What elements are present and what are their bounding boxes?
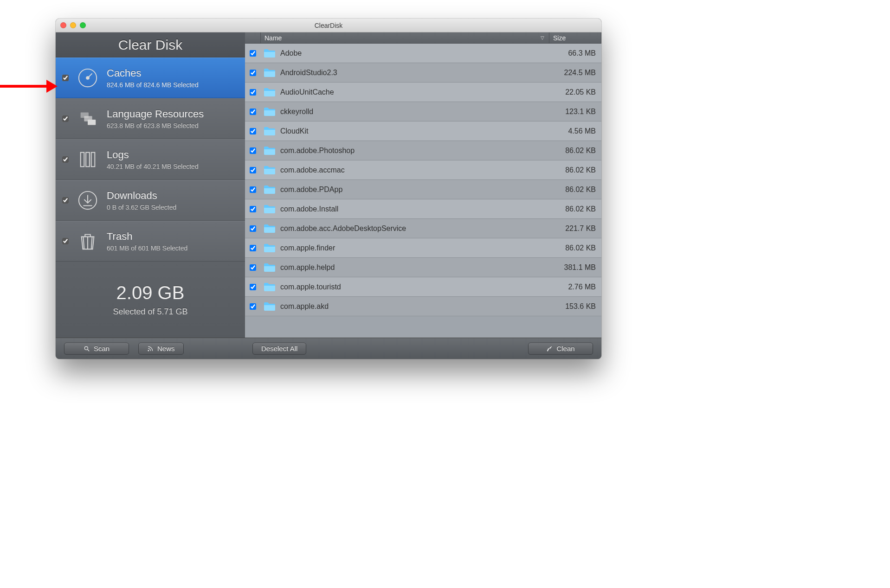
file-list[interactable]: Adobe66.3 MBAndroidStudio2.3224.5 MBAudi…	[245, 44, 601, 338]
file-name: CloudKit	[280, 127, 308, 135]
row-checkbox[interactable]	[250, 167, 256, 173]
file-row[interactable]: AudioUnitCache22.05 KB	[245, 83, 601, 102]
file-name: com.apple.finder	[280, 244, 335, 252]
category-list: Caches824.6 MB of 824.6 MB SelectedLangu…	[56, 58, 245, 262]
sidebar-category-language-resources[interactable]: Language Resources623.8 MB of 623.8 MB S…	[56, 98, 245, 139]
svg-rect-6	[81, 153, 84, 167]
dial-icon	[76, 66, 99, 89]
row-checkbox[interactable]	[250, 109, 256, 115]
summary-label: Selected of 5.71 GB	[113, 307, 187, 317]
file-row[interactable]: com.apple.helpd381.1 MB	[245, 258, 601, 277]
file-row[interactable]: com.adobe.accmac86.02 KB	[245, 160, 601, 180]
category-title: Downloads	[107, 190, 176, 202]
file-size: 224.5 MB	[549, 69, 601, 77]
file-name: com.adobe.acc.AdobeDesktopService	[280, 224, 406, 233]
file-name: com.adobe.Install	[280, 205, 338, 213]
folder-icon	[264, 185, 276, 195]
row-checkbox[interactable]	[250, 70, 256, 76]
search-icon	[84, 345, 90, 352]
folder-icon	[264, 224, 276, 234]
category-checkbox[interactable]	[62, 238, 69, 244]
news-button[interactable]: News	[138, 343, 184, 355]
svg-rect-7	[86, 153, 90, 167]
window-title: ClearDisk	[56, 22, 601, 29]
rss-icon	[147, 345, 154, 352]
column-header-check[interactable]	[245, 32, 261, 43]
selection-summary: 2.09 GB Selected of 5.71 GB	[56, 262, 245, 338]
row-checkbox[interactable]	[250, 225, 256, 232]
column-header-name[interactable]: Name ▽	[261, 32, 549, 43]
deselect-all-button[interactable]: Deselect All	[252, 343, 306, 355]
file-row[interactable]: com.apple.akd153.6 KB	[245, 297, 601, 316]
sidebar-category-caches[interactable]: Caches824.6 MB of 824.6 MB Selected	[56, 58, 245, 98]
svg-rect-5	[88, 120, 96, 125]
annotation-arrow	[0, 80, 58, 93]
folder-icon	[264, 204, 276, 214]
file-row[interactable]: ckkeyrolld123.1 KB	[245, 102, 601, 121]
folder-icon	[264, 126, 276, 136]
summary-amount: 2.09 GB	[116, 282, 185, 303]
folder-icon	[264, 146, 276, 156]
file-name: ckkeyrolld	[280, 108, 313, 116]
row-checkbox[interactable]	[250, 147, 256, 154]
file-row[interactable]: com.adobe.Install86.02 KB	[245, 199, 601, 219]
file-size: 86.02 KB	[549, 166, 601, 174]
scan-button[interactable]: Scan	[64, 343, 129, 355]
file-size: 2.76 MB	[549, 283, 601, 291]
file-row[interactable]: com.adobe.acc.AdobeDesktopService221.7 K…	[245, 219, 601, 238]
folder-icon	[264, 165, 276, 175]
svg-line-12	[88, 349, 90, 351]
file-size: 381.1 MB	[549, 263, 601, 272]
row-checkbox[interactable]	[250, 89, 256, 96]
svg-point-13	[148, 350, 149, 351]
column-header-size[interactable]: Size	[549, 32, 601, 43]
binders-icon	[76, 148, 99, 171]
file-name: com.adobe.Photoshop	[280, 147, 355, 155]
svg-point-2	[86, 77, 89, 79]
column-header-size-label: Size	[553, 34, 566, 42]
row-checkbox[interactable]	[250, 245, 256, 251]
category-checkbox[interactable]	[62, 75, 69, 81]
file-row[interactable]: Adobe66.3 MB	[245, 44, 601, 63]
folder-icon	[264, 282, 276, 292]
bottom-toolbar: Scan News Deselect All Clean	[56, 338, 601, 359]
file-row[interactable]: AndroidStudio2.3224.5 MB	[245, 63, 601, 83]
file-pane: Name ▽ Size Adobe66.3 MBAndroidStudio2.3…	[245, 32, 601, 338]
row-checkbox[interactable]	[250, 186, 256, 193]
row-checkbox[interactable]	[250, 303, 256, 310]
folder-icon	[264, 243, 276, 253]
category-subtitle: 601 MB of 601 MB Selected	[107, 244, 187, 252]
file-size: 4.56 MB	[549, 127, 601, 135]
row-checkbox[interactable]	[250, 128, 256, 134]
broom-icon	[546, 345, 553, 352]
file-size: 86.02 KB	[549, 147, 601, 155]
clean-button[interactable]: Clean	[528, 343, 593, 355]
file-name: AudioUnitCache	[280, 88, 334, 96]
download-icon	[76, 189, 99, 212]
row-checkbox[interactable]	[250, 206, 256, 212]
titlebar[interactable]: ClearDisk	[56, 19, 601, 32]
sidebar-category-trash[interactable]: Trash601 MB of 601 MB Selected	[56, 221, 245, 262]
file-row[interactable]: CloudKit4.56 MB	[245, 121, 601, 141]
folder-icon	[264, 262, 276, 273]
category-checkbox[interactable]	[62, 197, 69, 204]
app-brand: Clear Disk	[56, 32, 245, 58]
trash-icon	[76, 230, 99, 253]
clean-button-label: Clean	[556, 345, 574, 352]
sidebar-category-logs[interactable]: Logs40.21 MB of 40.21 MB Selected	[56, 139, 245, 180]
file-row[interactable]: com.adobe.PDApp86.02 KB	[245, 180, 601, 199]
row-checkbox[interactable]	[250, 264, 256, 271]
file-row[interactable]: com.adobe.Photoshop86.02 KB	[245, 141, 601, 160]
category-title: Caches	[107, 67, 199, 79]
category-title: Logs	[107, 149, 199, 161]
news-button-label: News	[157, 345, 175, 352]
file-row[interactable]: com.apple.touristd2.76 MB	[245, 277, 601, 297]
file-row[interactable]: com.apple.finder86.02 KB	[245, 238, 601, 258]
svg-point-11	[84, 346, 88, 350]
sidebar-category-downloads[interactable]: Downloads0 B of 3.62 GB Selected	[56, 180, 245, 221]
category-checkbox[interactable]	[62, 115, 69, 122]
folder-icon	[264, 301, 276, 312]
row-checkbox[interactable]	[250, 284, 256, 290]
row-checkbox[interactable]	[250, 50, 256, 57]
category-checkbox[interactable]	[62, 156, 69, 163]
